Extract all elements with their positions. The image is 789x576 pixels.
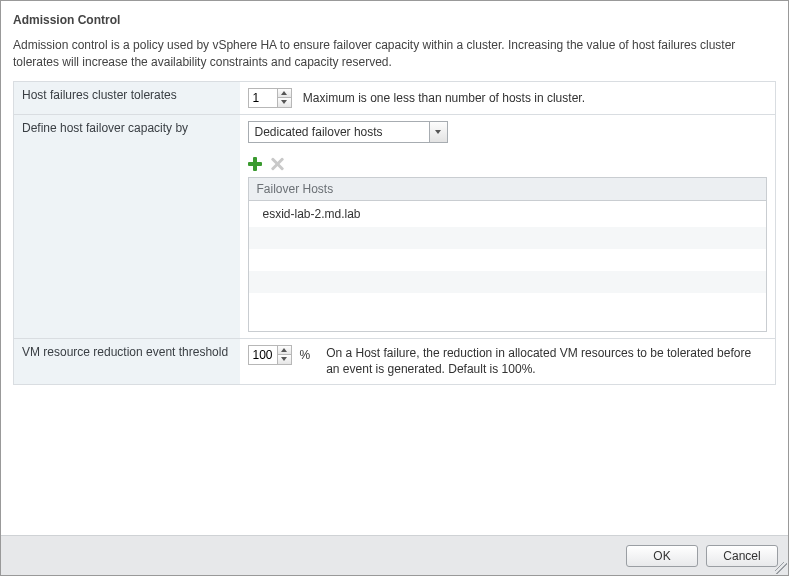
host-failures-label: Host failures cluster tolerates xyxy=(14,81,240,114)
remove-host-icon xyxy=(270,157,284,171)
vm-threshold-unit: % xyxy=(300,345,311,365)
failover-capacity-select[interactable]: Dedicated failover hosts xyxy=(248,121,448,143)
chevron-down-icon xyxy=(435,130,441,134)
vm-threshold-note: On a Host failure, the reduction in allo… xyxy=(326,345,767,379)
failover-capacity-dropdown-button[interactable] xyxy=(429,122,447,142)
table-row xyxy=(249,293,767,315)
host-failures-step-up[interactable] xyxy=(278,89,291,99)
chevron-up-icon xyxy=(281,91,287,95)
chevron-up-icon xyxy=(281,348,287,352)
table-row[interactable]: esxid-lab-2.md.lab xyxy=(249,201,767,227)
table-row xyxy=(249,249,767,271)
section-title: Admission Control xyxy=(13,13,776,27)
failover-hosts-grid-body: esxid-lab-2.md.lab xyxy=(249,201,767,331)
table-row xyxy=(249,227,767,249)
settings-form: Host failures cluster tolerates Maximum … xyxy=(13,81,776,386)
add-host-icon[interactable] xyxy=(248,157,262,171)
host-failures-note: Maximum is one less than number of hosts… xyxy=(303,91,585,105)
chevron-down-icon xyxy=(281,357,287,361)
host-failures-spinner[interactable] xyxy=(248,88,292,108)
host-failures-step-down[interactable] xyxy=(278,98,291,107)
ok-button[interactable]: OK xyxy=(626,545,698,567)
vm-threshold-spinner[interactable] xyxy=(248,345,292,365)
failover-hosts-grid-header: Failover Hosts xyxy=(249,178,767,201)
failover-hosts-grid: Failover Hosts esxid-lab-2.md.lab xyxy=(248,177,768,332)
vm-threshold-step-up[interactable] xyxy=(278,346,291,356)
host-failures-input[interactable] xyxy=(249,89,277,107)
failover-capacity-selected: Dedicated failover hosts xyxy=(249,122,429,142)
failover-hosts-toolbar xyxy=(248,157,768,171)
chevron-down-icon xyxy=(281,100,287,104)
vm-threshold-label: VM resource reduction event threshold xyxy=(14,338,240,385)
vm-threshold-input[interactable] xyxy=(249,346,277,364)
dialog-footer: OK Cancel xyxy=(1,535,788,575)
section-description: Admission control is a policy used by vS… xyxy=(13,37,776,71)
failover-capacity-label: Define host failover capacity by xyxy=(14,114,240,338)
cancel-button[interactable]: Cancel xyxy=(706,545,778,567)
vm-threshold-step-down[interactable] xyxy=(278,355,291,364)
table-row xyxy=(249,271,767,293)
